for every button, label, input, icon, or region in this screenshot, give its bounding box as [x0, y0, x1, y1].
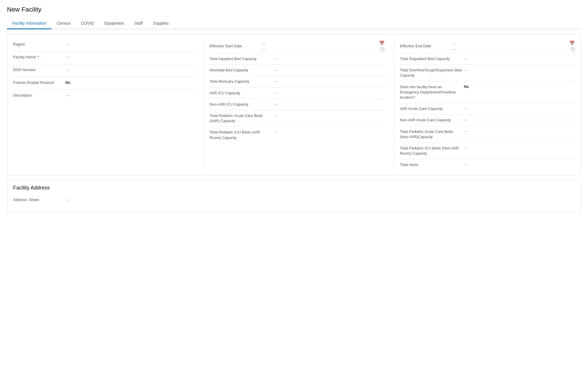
- total-pediatric-aiir-value: ---: [273, 113, 277, 118]
- total-pediatric-icu-aiir-label: Total Pediatric ICU Beds (AIIR Room) Cap…: [209, 130, 273, 140]
- region-label: Region: [13, 42, 65, 47]
- calendar-icon-end-date[interactable]: 📅: [569, 41, 575, 46]
- total-pediatric-icu-aiir-value: ---: [273, 130, 277, 134]
- total-inpatient-bed-value: ---: [273, 56, 277, 61]
- emergency-dept-value: No: [464, 84, 469, 89]
- field-region: Region ---: [13, 39, 194, 52]
- required-indicator: *: [37, 55, 39, 59]
- field-emergency-dept: Does this facility have an Emergency Dep…: [400, 82, 575, 104]
- aiir-icu-label: AIIR ICU Capacity: [209, 91, 273, 96]
- region-value: ---: [65, 42, 194, 47]
- field-description: Description ---: [13, 90, 194, 103]
- tab-bar: Facility Information Census COVID Equipm…: [7, 18, 581, 29]
- field-total-inpatient-bed: Total Inpatient Bed Capacity ---: [209, 53, 384, 65]
- effective-end-date-value: ---: [452, 41, 567, 46]
- effective-start-time-line: --- 🕐: [262, 47, 384, 51]
- field-neonatal-bed: Neonatal Bed Capacity ---: [209, 65, 384, 76]
- description-value: ---: [65, 93, 194, 98]
- clock-icon-end-time[interactable]: 🕐: [570, 47, 575, 51]
- page-container: New Facility Facility Information Census…: [0, 0, 588, 365]
- aiir-icu-value: ---: [273, 91, 277, 95]
- effective-start-label: Effective Start Date: [209, 44, 262, 48]
- total-outpatient-bed-value: ---: [464, 56, 468, 61]
- field-aiir-acute-care: AIIR Acute Care Capacity ---: [400, 103, 575, 115]
- calendar-icon-start-date[interactable]: 📅: [379, 41, 385, 46]
- aiir-acute-care-value: ---: [464, 106, 468, 111]
- droplet-protocol-value: No: [65, 80, 194, 85]
- field-non-aiir-icu: Non-AIIR ICU Capacity ---: [209, 99, 384, 110]
- field-droplet-protocol: Follows Droplet Protocol No: [13, 77, 194, 90]
- field-total-outpatient-bed: Total Outpatient Bed Capacity ---: [400, 53, 575, 65]
- facility-name-value: ---: [65, 55, 194, 60]
- field-doh-number: DOH Number ---: [13, 64, 194, 77]
- facility-address-card: Facility Address Address: Street ---: [7, 180, 581, 212]
- tab-equipment[interactable]: Equipment: [99, 18, 129, 29]
- field-total-vents: Total Vents ---: [400, 159, 575, 170]
- tab-census[interactable]: Census: [51, 18, 76, 29]
- doh-number-value: ---: [65, 67, 194, 73]
- effective-end-values: --- 📅 --- 🕐: [452, 41, 575, 51]
- field-facility-name: Facility Name * ---: [13, 52, 194, 64]
- address-street-value: ---: [65, 197, 575, 203]
- effective-end-time-line: --- 🕐: [452, 47, 575, 51]
- effective-end-label: Effective End Date: [400, 44, 452, 48]
- total-pediatric-non-aiir-value: ---: [464, 129, 468, 133]
- tab-staff[interactable]: Staff: [129, 18, 148, 29]
- aiir-acute-care-label: AIIR Acute Care Capacity: [400, 106, 464, 111]
- field-address-street: Address: Street ---: [13, 194, 575, 207]
- non-aiir-acute-care-label: Non-AIIR Acute Care Capacity: [400, 118, 464, 123]
- effective-end-date-line: --- 📅: [452, 41, 575, 46]
- main-grid: Region --- Facility Name * --- DOH Numbe…: [13, 39, 575, 170]
- effective-end-date-row: Effective End Date --- 📅 --- 🕐: [400, 39, 575, 53]
- total-pediatric-non-aiir-label: Total Pediatric Acute Care Beds (Non-AII…: [400, 129, 464, 140]
- non-aiir-acute-care-value: ---: [464, 118, 468, 122]
- doh-number-label: DOH Number: [13, 67, 65, 73]
- tab-facility-information[interactable]: Facility Information: [7, 18, 51, 29]
- effective-start-date-value: ---: [262, 41, 377, 46]
- droplet-protocol-label: Follows Droplet Protocol: [13, 80, 65, 85]
- total-overflow-surge-label: Total Overflow/Surge/Expansion Bed Capac…: [400, 68, 464, 78]
- facility-name-label: Facility Name *: [13, 55, 65, 60]
- neonatal-bed-value: ---: [273, 68, 277, 72]
- left-column: Region --- Facility Name * --- DOH Numbe…: [13, 39, 194, 170]
- clock-icon-start-time[interactable]: 🕐: [380, 47, 385, 51]
- total-inpatient-bed-label: Total Inpatient Bed Capacity: [209, 56, 273, 62]
- tab-covid[interactable]: COVID: [76, 18, 99, 29]
- field-total-pediatric-icu-non-aiir: Total Pediatric ICU Beds (Non-AIIR Room)…: [400, 143, 575, 159]
- effective-end-time-value: ---: [452, 47, 568, 51]
- total-pediatric-icu-non-aiir-value: ---: [464, 146, 468, 150]
- address-street-label: Address: Street: [13, 197, 65, 203]
- non-aiir-icu-label: Non-AIIR ICU Capacity: [209, 102, 273, 107]
- field-total-overflow-surge: Total Overflow/Surge/Expansion Bed Capac…: [400, 65, 575, 81]
- field-aiir-icu: AIIR ICU Capacity ---: [209, 88, 384, 99]
- effective-start-values: --- 📅 --- 🕐: [262, 41, 384, 51]
- total-vents-value: ---: [464, 162, 468, 167]
- field-total-pediatric-aiir: Total Pediatric Acute Care Beds (AIIR) C…: [209, 110, 384, 127]
- field-total-mortuary: Total Mortuary Capacity ---: [209, 76, 384, 87]
- effective-start-date-row: Effective Start Date --- 📅 --- 🕐: [209, 39, 384, 53]
- page-title: New Facility: [7, 6, 581, 13]
- total-mortuary-label: Total Mortuary Capacity: [209, 79, 273, 84]
- total-vents-label: Total Vents: [400, 162, 464, 167]
- total-mortuary-value: ---: [273, 79, 277, 83]
- right-column: Effective End Date --- 📅 --- 🕐 Total Ou: [394, 39, 575, 170]
- tab-supplies[interactable]: Supplies: [148, 18, 174, 29]
- effective-start-time-value: ---: [262, 47, 377, 51]
- total-pediatric-icu-non-aiir-label: Total Pediatric ICU Beds (Non-AIIR Room)…: [400, 146, 464, 156]
- middle-column: Effective Start Date --- 📅 --- 🕐: [203, 39, 384, 170]
- effective-start-date-line: --- 📅: [262, 41, 384, 46]
- total-outpatient-bed-label: Total Outpatient Bed Capacity: [400, 56, 464, 62]
- neonatal-bed-label: Neonatal Bed Capacity: [209, 68, 273, 73]
- non-aiir-icu-value: ---: [273, 102, 277, 106]
- facility-info-card: Region --- Facility Name * --- DOH Numbe…: [7, 34, 581, 175]
- description-label: Description: [13, 93, 65, 98]
- field-non-aiir-acute-care: Non-AIIR Acute Care Capacity ---: [400, 115, 575, 126]
- facility-address-title: Facility Address: [13, 185, 575, 191]
- field-total-pediatric-icu-aiir: Total Pediatric ICU Beds (AIIR Room) Cap…: [209, 127, 384, 143]
- emergency-dept-label: Does this facility have an Emergency Dep…: [400, 84, 464, 100]
- total-pediatric-aiir-label: Total Pediatric Acute Care Beds (AIIR) C…: [209, 113, 273, 124]
- total-overflow-surge-value: ---: [464, 68, 468, 72]
- field-total-pediatric-non-aiir: Total Pediatric Acute Care Beds (Non-AII…: [400, 126, 575, 143]
